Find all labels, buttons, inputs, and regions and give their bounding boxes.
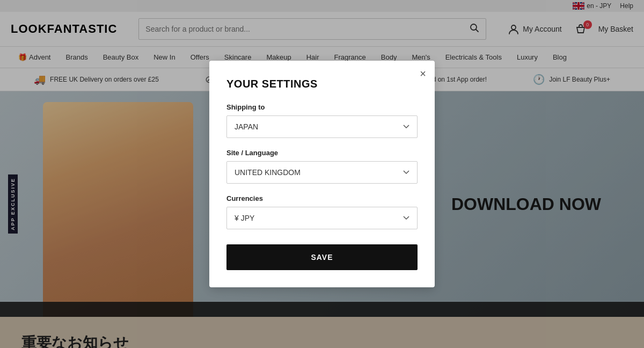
- modal-overlay: × YOUR SETTINGS Shipping to JAPAN United…: [0, 0, 644, 348]
- modal-close-button[interactable]: ×: [420, 68, 426, 79]
- settings-modal: × YOUR SETTINGS Shipping to JAPAN United…: [209, 61, 435, 287]
- currencies-label: Currencies: [226, 194, 418, 202]
- save-button[interactable]: SAVE: [226, 244, 418, 270]
- site-language-select[interactable]: UNITED KINGDOM United States Japan Germa…: [226, 161, 418, 184]
- shipping-label: Shipping to: [226, 103, 418, 111]
- currencies-select[interactable]: ¥ JPY $ USD £ GBP € EUR: [226, 207, 418, 229]
- site-language-group: Site / Language UNITED KINGDOM United St…: [226, 149, 418, 184]
- modal-title: YOUR SETTINGS: [226, 78, 418, 90]
- shipping-select[interactable]: JAPAN United States United Kingdom Germa…: [226, 115, 418, 138]
- site-language-label: Site / Language: [226, 149, 418, 157]
- shipping-group: Shipping to JAPAN United States United K…: [226, 103, 418, 138]
- currencies-group: Currencies ¥ JPY $ USD £ GBP € EUR: [226, 194, 418, 229]
